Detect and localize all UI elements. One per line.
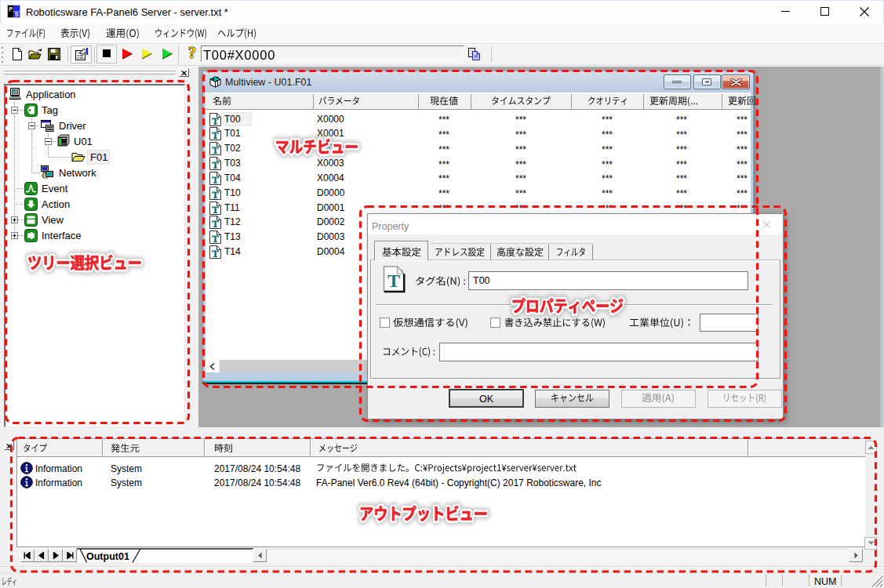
svg-text:?: ? [188, 45, 196, 61]
svg-text:T: T [387, 270, 400, 291]
svg-text:P: P [9, 5, 13, 13]
svg-text:S: S [15, 11, 19, 18]
